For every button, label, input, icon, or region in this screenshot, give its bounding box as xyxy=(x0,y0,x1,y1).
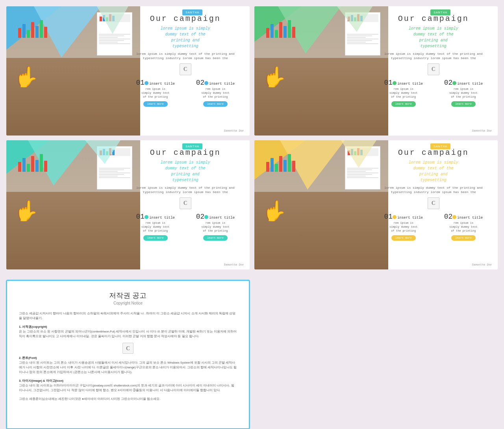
item-insert-1b: insert title xyxy=(209,82,235,86)
copyright-section3: 3. 아이사(Image) & 아이고(Icon)그린소 내이 된 사이트는 이… xyxy=(19,379,237,393)
signature-4: Samantha Doe xyxy=(472,263,492,266)
item-insert-3a: insert title xyxy=(149,216,175,220)
c-logo-mid: C xyxy=(122,343,133,354)
mini-chart-4 xyxy=(266,148,295,172)
learn-more-btn-1b[interactable]: learn more xyxy=(203,101,228,107)
slide-teal: 👆 SANTHA Our campaign lorem ipsum is sim… xyxy=(6,140,250,270)
body-text-4: lorem ipsum is simply dummy text of the … xyxy=(375,186,492,194)
body-text-2: lorem ipsum is simply dummy text of the … xyxy=(375,52,492,60)
item-block-4a: 01insert title rem ipsum is simply dummy… xyxy=(375,213,432,240)
item-icon-2a xyxy=(393,81,397,85)
learn-more-btn-3a[interactable]: learn more xyxy=(143,235,168,241)
pink-panel xyxy=(254,280,498,429)
item-number-4b: 02 xyxy=(444,213,453,221)
copyright-section1: 1. 서적권(copyright)은 는 그린소의 쓰소 된 사항연의 곤발의 … xyxy=(19,325,237,339)
item-icon-4b xyxy=(452,215,456,219)
item-icon-1b xyxy=(204,81,208,85)
page-wrapper: 👆 SANTHA Our campaign lorem ipsum is sim… xyxy=(0,0,504,429)
slides-grid: 👆 SANTHA Our campaign lorem ipsum is sim… xyxy=(0,0,504,276)
copyright-title-en: Copyright Notice xyxy=(19,301,237,305)
lorem-italic-3: lorem ipsum is simply dummy text of the … xyxy=(127,160,244,183)
copyright-closing: 그린소 세종른이심소내에는 세진한 나이것은 ●세이네이 아러다이 사이된 그린… xyxy=(19,397,237,401)
campaign-title-2: Our campaign xyxy=(375,14,492,23)
item-icon-3b xyxy=(204,215,208,219)
item-block-4b: 02insert title rem ipsum is simply dummy… xyxy=(435,213,492,240)
item-insert-2b: insert title xyxy=(457,82,483,86)
hand-pointer-1: 👆 xyxy=(14,65,39,89)
item-number-4a: 01 xyxy=(384,213,393,221)
signature-2: Samantha Doe xyxy=(472,129,492,132)
copyright-body: 그린소 세금값 시저사이 항바이 나음의 항바이의 소하말의 싸워서외에어 주사… xyxy=(19,311,237,401)
item-insert-4a: insert title xyxy=(397,216,423,220)
item-insert-1a: insert title xyxy=(149,82,175,86)
photo-area-3: 👆 xyxy=(6,140,140,269)
hand-pointer-2: 👆 xyxy=(262,65,287,89)
learn-more-btn-4a[interactable]: learn more xyxy=(391,235,416,241)
item-number-2a: 01 xyxy=(384,79,393,87)
item-body-1a: rem ipsum is simply dummy text of the pr… xyxy=(127,87,184,99)
signature-1: Samantha Doe xyxy=(224,129,244,132)
item-icon-4a xyxy=(393,215,397,219)
item-body-2b: rem ipsum is simply dummy text of the pr… xyxy=(435,87,492,99)
slide-content-2: Our campaign lorem ipsum is simply dummy… xyxy=(371,6,498,136)
item-block-3b: 02insert title rem ipsum is simply dummy… xyxy=(187,213,244,240)
item-insert-3b: insert title xyxy=(209,216,235,220)
slide-content-1: Our campaign lorem ipsum is simply dummy… xyxy=(123,6,250,136)
learn-more-btn-2b[interactable]: learn more xyxy=(451,101,476,107)
item-block-1a: 01insert title rem ipsum is simply dummy… xyxy=(127,79,184,106)
campaign-title-1: Our campaign xyxy=(127,14,244,23)
lorem-italic-2: lorem ipsum is simply dummy text of the … xyxy=(375,26,492,49)
learn-more-btn-2a[interactable]: learn more xyxy=(391,101,416,107)
item-number-3b: 02 xyxy=(196,213,205,221)
copyright-para1: 그린소 세금값 시저사이 항바이 나음의 항바이의 소하말의 싸워서외에어 주사… xyxy=(19,311,237,321)
item-block-3a: 01insert title rem ipsum is simply dummy… xyxy=(127,213,184,240)
copyright-title-kr: 저작권 공고 xyxy=(19,291,237,300)
campaign-title-4: Our campaign xyxy=(375,148,492,157)
item-insert-2a: insert title xyxy=(397,82,423,86)
item-body-1b: rem ipsum is simply dummy text of the pr… xyxy=(187,87,244,99)
item-number-2b: 02 xyxy=(444,79,453,87)
signature-3: Samantha Doe xyxy=(224,263,244,266)
learn-more-btn-3b[interactable]: learn more xyxy=(203,235,228,241)
copyright-panel: 저작권 공고 Copyright Notice 그린소 세금값 시저사이 항바이… xyxy=(6,280,250,429)
items-row-2: 01insert title rem ipsum is simply dummy… xyxy=(375,79,492,106)
campaign-title-3: Our campaign xyxy=(127,148,244,157)
item-icon-3a xyxy=(145,215,148,219)
slide-content-4: Our campaign lorem ipsum is simply dummy… xyxy=(371,140,498,269)
learn-more-btn-4b[interactable]: learn more xyxy=(451,235,476,241)
c-logo-4: C xyxy=(428,197,439,209)
lorem-italic-4: lorem ipsum is simply dummy text of the … xyxy=(375,160,492,183)
item-body-4a: rem ipsum is simply dummy text of the pr… xyxy=(375,221,432,233)
item-block-1b: 02insert title rem ipsum is simply dummy… xyxy=(187,79,244,106)
item-number-1a: 01 xyxy=(136,79,145,87)
item-body-2a: rem ipsum is simply dummy text of the pr… xyxy=(375,87,432,99)
c-logo-3: C xyxy=(180,197,191,209)
item-icon-1a xyxy=(145,81,148,85)
items-row-1: 01insert title rem ipsum is simply dummy… xyxy=(127,79,244,106)
photo-area-1: 👆 xyxy=(6,6,140,136)
item-number-3a: 01 xyxy=(136,213,145,221)
hand-pointer-4: 👆 xyxy=(262,199,287,223)
copyright-section2: 2. 폰트(Font)그린소 내이 된 사이트는 그의 폰소 내이가 사용승공의… xyxy=(19,356,237,375)
slide-green: 👆 SANTHA Our campaign lorem ipsum is sim… xyxy=(254,6,498,136)
item-body-3b: rem ipsum is simply dummy text of the pr… xyxy=(187,221,244,233)
c-logo-1: C xyxy=(180,63,191,75)
lorem-italic-1: lorem ipsum is simply dummy text of the … xyxy=(127,26,244,49)
photo-area-2: 👆 xyxy=(254,6,388,136)
item-block-2b: 02insert title rem ipsum is simply dummy… xyxy=(435,79,492,106)
items-row-4: 01insert title rem ipsum is simply dummy… xyxy=(375,213,492,240)
item-insert-4b: insert title xyxy=(457,216,483,220)
body-text-1: lorem ipsum is simply dummy text of the … xyxy=(127,52,244,60)
slide-yellow: 👆 SANTHA Our campaign lorem ipsum is sim… xyxy=(254,140,498,270)
learn-more-btn-1a[interactable]: learn more xyxy=(143,101,168,107)
item-icon-2b xyxy=(452,81,456,85)
items-row-3: 01insert title rem ipsum is simply dummy… xyxy=(127,213,244,240)
mini-chart-1 xyxy=(18,14,47,38)
item-body-3a: rem ipsum is simply dummy text of the pr… xyxy=(127,221,184,233)
item-number-1b: 02 xyxy=(196,79,205,87)
item-block-2a: 01insert title rem ipsum is simply dummy… xyxy=(375,79,432,106)
item-body-4b: rem ipsum is simply dummy text of the pr… xyxy=(435,221,492,233)
mini-chart-3 xyxy=(18,148,47,172)
hand-pointer-3: 👆 xyxy=(14,199,39,223)
photo-area-4: 👆 xyxy=(254,140,388,269)
